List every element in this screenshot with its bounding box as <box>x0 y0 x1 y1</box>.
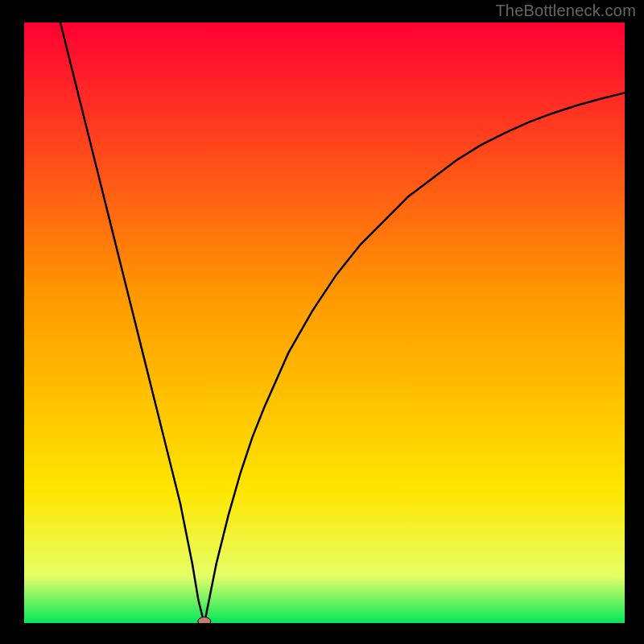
chart-frame: TheBottleneck.com <box>0 0 644 644</box>
plot-background <box>24 22 625 624</box>
chart-svg <box>0 0 644 644</box>
watermark-text: TheBottleneck.com <box>495 2 636 20</box>
